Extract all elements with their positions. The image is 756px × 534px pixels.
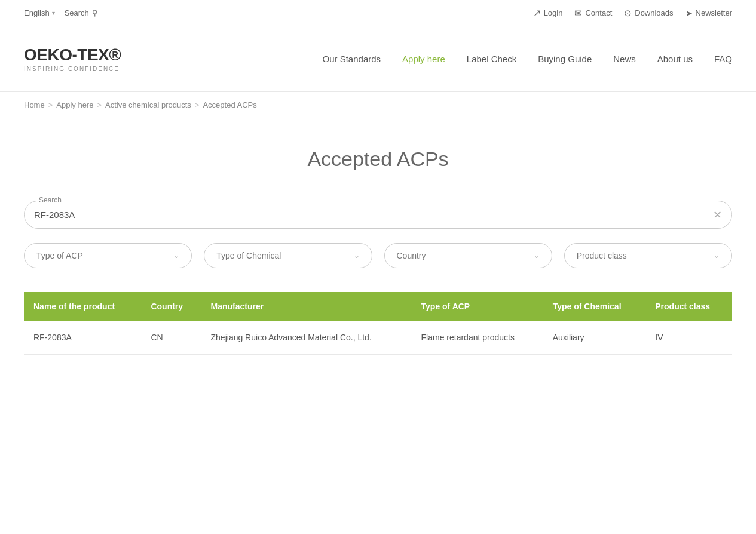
contact-link[interactable]: ✉ Contact xyxy=(574,8,612,19)
newsletter-link[interactable]: ➤ Newsletter xyxy=(685,8,732,18)
nav-about-us[interactable]: About us xyxy=(657,54,693,64)
downloads-link[interactable]: ⊙ Downloads xyxy=(624,8,673,19)
search-container: Search ✕ xyxy=(24,201,732,229)
product-class-chevron-icon: ⌄ xyxy=(714,251,720,260)
language-label: English xyxy=(24,8,50,17)
page-content: Accepted ACPs Search ✕ Type of ACP ⌄ Typ… xyxy=(0,118,756,391)
type-chemical-chevron-icon: ⌄ xyxy=(354,251,360,260)
table-body: RF-2083A CN Zhejiang Ruico Advanced Mate… xyxy=(24,321,732,355)
contact-label: Contact xyxy=(585,8,612,17)
breadcrumb-home[interactable]: Home xyxy=(24,100,45,109)
col-header-manufacturer: Manufacturer xyxy=(201,292,412,321)
logo-subtext: INSPIRING CONFIDENCE xyxy=(24,66,121,72)
breadcrumb-bar: Home > Apply here > Active chemical prod… xyxy=(0,92,756,118)
type-acp-filter[interactable]: Type of ACP ⌄ xyxy=(24,243,192,268)
col-header-country: Country xyxy=(141,292,201,321)
country-label: Country xyxy=(397,251,426,260)
nav-links: Our Standards Apply here Label Check Buy… xyxy=(323,54,732,64)
type-acp-label: Type of ACP xyxy=(36,251,83,260)
top-bar-left: English ▾ Search ⚲ xyxy=(24,8,98,17)
cell-type-acp: Flame retardant products xyxy=(412,321,543,355)
nav-apply-here[interactable]: Apply here xyxy=(402,54,445,64)
cell-product-class: IV xyxy=(645,321,732,355)
breadcrumb-current: Accepted ACPs xyxy=(203,100,256,109)
type-chemical-label: Type of Chemical xyxy=(216,251,281,260)
main-nav: OEKO-TEX® INSPIRING CONFIDENCE Our Stand… xyxy=(0,26,756,92)
login-label: Login xyxy=(544,8,563,17)
nav-buying-guide[interactable]: Buying Guide xyxy=(538,54,592,64)
product-class-filter[interactable]: Product class ⌄ xyxy=(564,243,732,268)
col-header-product-class: Product class xyxy=(645,292,732,321)
top-bar: English ▾ Search ⚲ ↗ Login ✉ Contact ⊙ D… xyxy=(0,0,756,26)
login-icon: ↗ xyxy=(533,7,541,19)
language-chevron-icon: ▾ xyxy=(52,10,55,16)
nav-label-check[interactable]: Label Check xyxy=(467,54,516,64)
table-row: RF-2083A CN Zhejiang Ruico Advanced Mate… xyxy=(24,321,732,355)
breadcrumb: Home > Apply here > Active chemical prod… xyxy=(24,100,732,109)
col-header-type-acp: Type of ACP xyxy=(412,292,543,321)
country-chevron-icon: ⌄ xyxy=(534,251,540,260)
type-chemical-filter[interactable]: Type of Chemical ⌄ xyxy=(204,243,372,268)
contact-icon: ✉ xyxy=(574,8,582,19)
nav-faq[interactable]: FAQ xyxy=(714,54,732,64)
cell-name: RF-2083A xyxy=(24,321,141,355)
breadcrumb-sep-3: > xyxy=(195,100,200,109)
login-link[interactable]: ↗ Login xyxy=(533,7,563,19)
results-table: Name of the product Country Manufacturer… xyxy=(24,292,732,355)
search-input-row: ✕ xyxy=(34,201,722,228)
page-title: Accepted ACPs xyxy=(24,148,732,171)
search-field-label: Search xyxy=(36,196,64,204)
downloads-icon: ⊙ xyxy=(624,8,632,19)
breadcrumb-apply-here[interactable]: Apply here xyxy=(56,100,93,109)
newsletter-icon: ➤ xyxy=(685,8,693,18)
col-header-name: Name of the product xyxy=(24,292,141,321)
logo-text: OEKO-TEX® xyxy=(24,45,121,65)
language-selector[interactable]: English ▾ xyxy=(24,8,55,17)
top-bar-right: ↗ Login ✉ Contact ⊙ Downloads ➤ Newslett… xyxy=(533,7,732,19)
search-button[interactable]: Search ⚲ xyxy=(65,8,98,17)
search-label: Search xyxy=(65,8,89,17)
type-acp-chevron-icon: ⌄ xyxy=(173,251,179,260)
cell-type-chemical: Auxiliary xyxy=(543,321,646,355)
cell-manufacturer: Zhejiang Ruico Advanced Material Co., Lt… xyxy=(201,321,412,355)
breadcrumb-sep-2: > xyxy=(97,100,102,109)
filter-row: Type of ACP ⌄ Type of Chemical ⌄ Country… xyxy=(24,243,732,268)
search-input[interactable] xyxy=(34,201,713,228)
breadcrumb-sep-1: > xyxy=(48,100,53,109)
cell-country: CN xyxy=(141,321,201,355)
downloads-label: Downloads xyxy=(635,8,673,17)
table-header: Name of the product Country Manufacturer… xyxy=(24,292,732,321)
nav-our-standards[interactable]: Our Standards xyxy=(323,54,381,64)
country-filter[interactable]: Country ⌄ xyxy=(384,243,552,268)
nav-news[interactable]: News xyxy=(613,54,636,64)
search-icon: ⚲ xyxy=(92,8,98,17)
col-header-type-chemical: Type of Chemical xyxy=(543,292,646,321)
breadcrumb-active-chemical[interactable]: Active chemical products xyxy=(105,100,191,109)
product-class-label: Product class xyxy=(577,251,627,260)
logo: OEKO-TEX® INSPIRING CONFIDENCE xyxy=(24,45,121,72)
clear-search-button[interactable]: ✕ xyxy=(713,208,722,222)
newsletter-label: Newsletter xyxy=(696,8,732,17)
